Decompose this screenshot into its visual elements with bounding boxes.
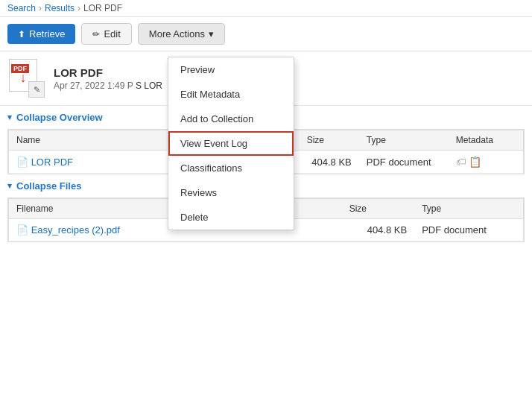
- breadcrumb-results[interactable]: Results: [45, 3, 75, 13]
- overview-col-type: Type: [359, 130, 449, 151]
- breadcrumb-sep2: ›: [77, 3, 80, 13]
- more-actions-button[interactable]: More Actions: [138, 23, 225, 45]
- overview-col-metadata: Metadata: [449, 130, 524, 151]
- overview-row-meta: 🏷 📋: [449, 151, 524, 174]
- overview-col-size: Size: [300, 130, 359, 151]
- document-date: Apr 27, 2022 1:49 P: [54, 80, 133, 91]
- overview-row-link[interactable]: LOR PDF: [31, 157, 73, 168]
- collapse-overview-icon: [7, 113, 12, 122]
- files-col-type: Type: [414, 199, 523, 219]
- files-col-size: Size: [342, 199, 415, 219]
- edit-button[interactable]: Edit: [81, 23, 131, 45]
- edit-icon: [92, 28, 100, 40]
- dropdown-item-view-event-log[interactable]: View Event Log: [168, 131, 294, 156]
- document-title: LOR PDF: [54, 66, 162, 79]
- document-tag: S LOR: [136, 80, 162, 91]
- overview-row-type: PDF document: [359, 151, 449, 174]
- dropdown-item-reviews[interactable]: Reviews: [168, 180, 294, 205]
- files-doc-icon: 📄: [16, 224, 28, 236]
- document-info: LOR PDF Apr 27, 2022 1:49 P S LOR: [54, 66, 162, 91]
- collapse-overview-label: Collapse Overview: [16, 112, 103, 123]
- collapse-files-label: Collapse Files: [16, 180, 81, 192]
- more-actions-label: More Actions: [149, 28, 205, 40]
- document-icon-container: PDF ↓ ✎: [9, 59, 45, 98]
- edit-label: Edit: [104, 28, 120, 40]
- overview-doc-icon: 📄: [16, 157, 28, 168]
- tag-icon: 🏷: [456, 156, 466, 168]
- dropdown-item-edit-metadata[interactable]: Edit Metadata: [168, 82, 294, 107]
- doc-secondary-icon: ✎: [28, 81, 45, 98]
- dropdown-menu: PreviewEdit MetadataAdd to CollectionVie…: [168, 57, 294, 230]
- dropdown-item-add-to-collection[interactable]: Add to Collection: [168, 107, 294, 131]
- breadcrumb-search[interactable]: Search: [7, 3, 36, 13]
- collapse-files-icon: [7, 181, 12, 191]
- retrieve-label: Retrieve: [29, 28, 65, 40]
- dropdown-item-classifications[interactable]: Classifications: [168, 156, 294, 180]
- dropdown-item-preview[interactable]: Preview: [168, 57, 294, 82]
- meta-icon: 📋: [469, 156, 481, 168]
- breadcrumb-sep1: ›: [39, 3, 42, 13]
- toolbar: Retrieve Edit More Actions: [0, 17, 532, 51]
- files-row-link[interactable]: Easy_recipes (2).pdf: [31, 224, 120, 236]
- breadcrumb-current: LOR PDF: [83, 3, 122, 13]
- breadcrumb: Search › Results › LOR PDF: [0, 0, 532, 17]
- chevron-down-icon: [209, 28, 214, 40]
- retrieve-button[interactable]: Retrieve: [7, 24, 75, 44]
- files-row-size: 404.8 KB: [342, 219, 415, 241]
- files-row-type: PDF document: [414, 219, 523, 241]
- retrieve-icon: [18, 28, 25, 40]
- pdf-label: PDF: [11, 64, 29, 73]
- dropdown-item-delete[interactable]: Delete: [168, 205, 294, 230]
- overview-row-size: 404.8 KB: [300, 151, 359, 174]
